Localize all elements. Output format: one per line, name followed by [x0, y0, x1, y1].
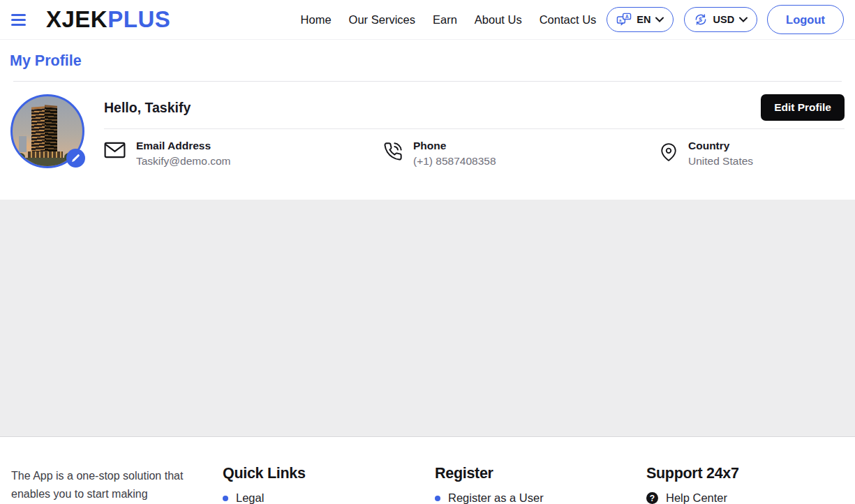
main-nav: Home Our Services Earn About Us Contact …	[301, 13, 597, 27]
content-area	[0, 200, 855, 437]
page-title-block: My Profile	[0, 40, 855, 82]
footer-link-legal[interactable]: Legal	[223, 491, 424, 504]
email-label: Email Address	[136, 140, 230, 152]
language-selector[interactable]: A a EN	[607, 7, 674, 32]
greeting-text: Hello, Taskify	[104, 100, 191, 116]
footer-about-text: The App is a one-stop solution that enab…	[11, 467, 208, 503]
logout-button[interactable]: Logout	[767, 5, 844, 34]
contact-fields: Email Address Taskify@demo.com Phone (+1…	[104, 140, 845, 168]
phone-label: Phone	[413, 140, 496, 152]
svg-text:a: a	[619, 18, 622, 22]
footer-quick-links-column: Quick Links Legal	[223, 465, 424, 504]
nav-link-our-services[interactable]: Our Services	[349, 13, 415, 27]
pencil-icon	[71, 154, 80, 163]
profile-details: Hello, Taskify Edit Profile Email Addres…	[104, 94, 845, 168]
register-heading: Register	[435, 465, 635, 482]
currency-code: USD	[713, 14, 734, 25]
footer-support-column: Support 24x7 ? Help Center	[646, 465, 844, 504]
nav-link-earn[interactable]: Earn	[433, 13, 457, 27]
country-label: Country	[688, 140, 753, 152]
svg-text:$: $	[699, 16, 703, 23]
edit-profile-button[interactable]: Edit Profile	[761, 94, 845, 121]
location-pin-icon	[660, 142, 678, 163]
email-value: Taskify@demo.com	[136, 155, 230, 168]
language-code: EN	[637, 14, 650, 25]
edit-avatar-button[interactable]	[66, 149, 85, 168]
dot-bullet-icon	[223, 496, 228, 501]
app-logo[interactable]: XJEKPLUS	[46, 6, 170, 33]
footer-link-register-as-user[interactable]: Register as a User	[435, 491, 635, 504]
question-circle-icon: ?	[646, 492, 658, 504]
translate-icon: A a	[616, 13, 632, 27]
dot-bullet-icon	[435, 496, 440, 501]
envelope-icon	[104, 142, 126, 158]
hamburger-menu-icon[interactable]	[11, 14, 29, 26]
currency-selector[interactable]: $ USD	[684, 7, 757, 32]
nav-link-about-us[interactable]: About Us	[475, 13, 522, 27]
nav-link-contact-us[interactable]: Contact Us	[540, 13, 597, 27]
phone-icon	[383, 142, 403, 161]
top-navbar: XJEKPLUS Home Our Services Earn About Us…	[0, 0, 855, 40]
footer: The App is a one-stop solution that enab…	[0, 437, 855, 504]
chevron-down-icon	[739, 17, 748, 22]
phone-value: (+1) 8587408358	[413, 155, 496, 168]
logo-part-accent: PLUS	[107, 6, 170, 32]
nav-link-home[interactable]: Home	[301, 13, 332, 27]
profile-card: Hello, Taskify Edit Profile Email Addres…	[0, 82, 855, 200]
profile-divider	[104, 128, 845, 129]
currency-exchange-icon: $	[694, 13, 708, 27]
svg-text:A: A	[625, 14, 629, 19]
footer-link-help-center[interactable]: ? Help Center	[646, 491, 844, 504]
logo-part-dark: XJEK	[46, 6, 107, 32]
phone-field: Phone (+1) 8587408358	[383, 140, 660, 168]
quick-links-heading: Quick Links	[223, 465, 424, 482]
support-heading: Support 24x7	[646, 465, 844, 482]
email-field: Email Address Taskify@demo.com	[104, 140, 383, 168]
country-field: Country United States	[660, 140, 753, 168]
footer-register-column: Register Register as a User	[435, 465, 635, 504]
footer-about-column: The App is a one-stop solution that enab…	[11, 465, 211, 504]
avatar	[10, 94, 84, 168]
chevron-down-icon	[655, 17, 664, 22]
country-value: United States	[688, 155, 753, 168]
page-title: My Profile	[10, 52, 845, 70]
